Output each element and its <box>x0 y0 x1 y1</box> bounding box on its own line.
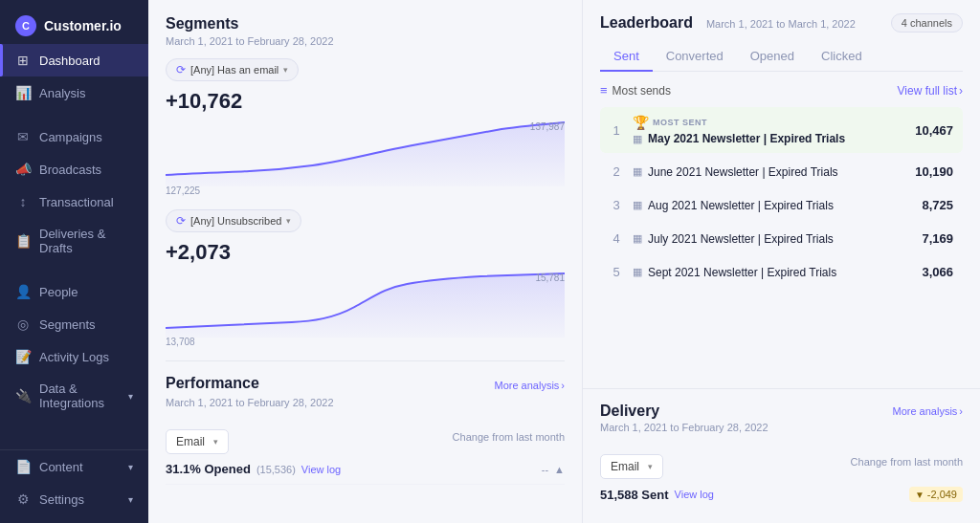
logo-icon: C <box>15 15 36 36</box>
lb-campaign-name-3: Aug 2021 Newsletter | Expired Trials <box>648 199 912 212</box>
lb-rank-1: 1 <box>610 123 623 138</box>
lb-campaign-name-4: July 2021 Newsletter | Expired Trials <box>648 232 912 246</box>
sidebar-item-transactional[interactable]: ↕ Transactional <box>0 185 148 218</box>
delivery-header: Delivery More analysis › <box>600 403 963 420</box>
performance-dropdown-value: Email <box>176 435 205 448</box>
chart1-filter-badge[interactable]: ⟳ [Any] Has an email ▾ <box>166 58 299 81</box>
lb-count-2: 10,190 <box>915 164 953 179</box>
delivery-title: Delivery <box>600 403 659 420</box>
delivery-section: Delivery More analysis › March 1, 2021 t… <box>583 389 980 523</box>
sidebar-item-label: Campaigns <box>39 130 102 144</box>
lb-rank-2: 2 <box>610 164 623 179</box>
leaderboard-row-5: 5 ▦ Sept 2021 Newsletter | Expired Trial… <box>600 257 963 287</box>
leaderboard-tabs: Sent Converted Opened Clicked <box>600 42 963 72</box>
tab-opened[interactable]: Opened <box>737 42 808 72</box>
performance-row: 31.1% Opened (15,536) View log -- ▲ <box>166 454 565 485</box>
sidebar-item-dashboard[interactable]: ⊞ Dashboard <box>0 44 148 76</box>
tab-clicked[interactable]: Clicked <box>808 42 876 72</box>
view-full-list[interactable]: View full list › <box>898 84 963 98</box>
performance-subtitle: March 1, 2021 to February 28, 2022 <box>166 397 565 408</box>
leaderboard-section: Leaderboard March 1, 2021 to March 1, 20… <box>583 0 980 389</box>
sync-icon-1: ⟳ <box>176 63 186 76</box>
chart2-filter-label: [Any] Unsubscribed <box>190 215 281 227</box>
leaderboard-date: March 1, 2021 to March 1, 2022 <box>706 18 856 30</box>
content-area: Segments March 1, 2021 to February 28, 2… <box>148 0 980 523</box>
sidebar-section-people <box>0 264 148 275</box>
chevron-right-icon-lb: › <box>959 84 963 98</box>
campaign-icon-5: ▦ <box>633 266 642 278</box>
campaign-icon-1: ▦ <box>633 133 642 145</box>
sidebar-item-label: People <box>39 285 78 299</box>
delivery-dropdown-arrow: ▾ <box>648 462 653 471</box>
delivery-subtitle: March 1, 2021 to February 28, 2022 <box>600 422 963 433</box>
delivery-more-analysis[interactable]: More analysis › <box>892 405 963 417</box>
chart2-filter-badge[interactable]: ⟳ [Any] Unsubscribed ▾ <box>166 209 301 232</box>
perf-metric: 31.1% Opened <box>166 462 251 476</box>
delivery-change-label: Change from last month <box>851 456 963 468</box>
left-panel: Segments March 1, 2021 to February 28, 2… <box>148 0 583 523</box>
dashboard-icon: ⊞ <box>15 53 31 68</box>
campaign-icon-3: ▦ <box>633 199 642 211</box>
tab-sent[interactable]: Sent <box>600 42 653 72</box>
chevron-down-icon-1: ▾ <box>283 65 288 75</box>
performance-title: Performance <box>166 375 259 392</box>
sidebar-logo: C Customer.io <box>0 0 148 44</box>
sidebar-item-campaigns[interactable]: ✉ Campaigns <box>0 120 148 153</box>
sidebar-item-content[interactable]: 📄 Content <box>0 450 148 483</box>
delivery-change-value: -2,049 <box>927 489 957 500</box>
chevron-down-icon-2: ▾ <box>286 216 291 226</box>
chart1-svg <box>166 120 565 186</box>
sidebar-item-label: Broadcasts <box>39 163 101 177</box>
perf-row-left: 31.1% Opened (15,536) View log <box>166 462 341 476</box>
delivery-metric: 51,588 Sent <box>600 488 669 502</box>
performance-more-analysis[interactable]: More analysis › <box>494 380 565 391</box>
trophy-icon: 🏆 <box>633 115 649 130</box>
segments-title: Segments <box>166 15 565 33</box>
chart1-top-label: 137,987 <box>530 121 565 132</box>
lb-campaign-name-1: May 2021 Newsletter | Expired Trials <box>648 132 905 145</box>
sidebar-item-people[interactable]: 👤 People <box>0 275 148 308</box>
sidebar-item-label: Segments <box>39 317 96 332</box>
performance-dropdown[interactable]: Email ▾ <box>166 429 229 454</box>
segments-icon: ◎ <box>15 316 31 332</box>
analysis-icon: 📊 <box>15 85 31 100</box>
sidebar-item-label: Dashboard <box>39 54 100 68</box>
lb-count-3: 8,725 <box>922 198 953 212</box>
campaign-icon-2: ▦ <box>633 165 642 178</box>
sidebar-item-broadcasts[interactable]: 📣 Broadcasts <box>0 153 148 185</box>
performance-change-label: Change from last month <box>453 431 565 443</box>
leaderboard-header: Leaderboard March 1, 2021 to March 1, 20… <box>600 13 963 33</box>
leaderboard-title: Leaderboard <box>600 14 693 32</box>
sidebar-item-label: Analysis <box>39 86 85 100</box>
sidebar-item-data-integrations[interactable]: 🔌 Data & Integrations <box>0 373 148 419</box>
sidebar-item-label: Content <box>39 460 83 474</box>
chart2-bottom-label: 13,708 <box>166 337 195 347</box>
performance-section: Performance More analysis › March 1, 202… <box>166 360 565 485</box>
delivery-dropdown-value: Email <box>611 460 639 473</box>
sidebar-item-analysis[interactable]: 📊 Analysis <box>0 76 148 109</box>
lb-rank-5: 5 <box>610 265 623 279</box>
warning-icon: ▼ <box>915 490 924 500</box>
delivery-view-log[interactable]: View log <box>675 489 714 500</box>
transactional-icon: ↕ <box>15 194 31 209</box>
sidebar-item-settings[interactable]: ⚙ Settings <box>0 483 148 515</box>
activity-logs-icon: 📝 <box>15 349 31 364</box>
channels-badge[interactable]: 4 channels <box>891 13 963 33</box>
campaign-icon-4: ▦ <box>633 232 642 245</box>
chart1-filter-label: [Any] Has an email <box>190 64 278 76</box>
filter-icon: ≡ <box>600 83 608 98</box>
chart2-area: 15,781 13,708 <box>166 271 565 347</box>
lb-campaign-name-5: Sept 2021 Newsletter | Expired Trials <box>648 266 912 279</box>
sidebar-item-segments[interactable]: ◎ Segments <box>0 308 148 340</box>
broadcasts-icon: 📣 <box>15 162 31 177</box>
settings-icon: ⚙ <box>15 491 31 507</box>
delivery-dropdown[interactable]: Email ▾ <box>600 454 663 479</box>
chart1-bottom-label: 127,225 <box>166 185 200 196</box>
tab-converted[interactable]: Converted <box>653 42 737 72</box>
sync-icon-2: ⟳ <box>176 214 186 228</box>
perf-view-log[interactable]: View log <box>301 464 341 475</box>
chevron-right-icon: › <box>561 380 565 391</box>
sidebar-item-activity-logs[interactable]: 📝 Activity Logs <box>0 340 148 373</box>
content-icon: 📄 <box>15 459 31 474</box>
sidebar-item-deliveries[interactable]: 📋 Deliveries & Drafts <box>0 218 148 264</box>
